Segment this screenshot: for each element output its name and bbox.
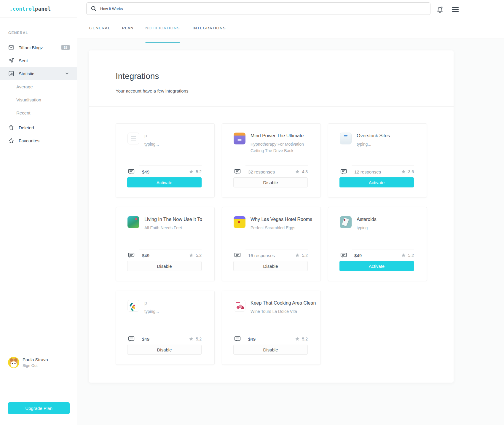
integration-title: p — [144, 133, 159, 139]
comment-icon — [128, 336, 135, 342]
statistic-submenu: Average Visualisation Recent — [0, 80, 77, 119]
rating-value: 5.2 — [408, 253, 414, 258]
rating-value: 4.3 — [302, 169, 308, 174]
integration-subtitle: Wine Tours La Dolce Vita — [251, 308, 315, 315]
divider — [139, 249, 202, 249]
integration-thumbnail — [234, 300, 245, 312]
rating-value: 5.2 — [196, 337, 202, 341]
sidebar-menu: Tiffani Blogz 15 Sent Statistic Average … — [0, 41, 77, 147]
rating-value: 5.2 — [196, 253, 202, 258]
sidebar-item-sent[interactable]: Sent — [0, 54, 77, 67]
tab-plan[interactable]: PLAN — [122, 25, 134, 39]
comment-icon — [128, 169, 135, 175]
integration-subtitle: typing... — [357, 141, 390, 147]
sidebar-item-statistic[interactable]: Statistic — [0, 67, 77, 80]
chevron-down-icon — [64, 71, 70, 76]
bar-chart-icon — [8, 71, 14, 77]
integrations-panel: Integrations Your account have a few int… — [89, 50, 454, 383]
integration-thumbnail — [234, 133, 245, 144]
integration-action-button[interactable]: Disable — [127, 261, 202, 271]
divider — [245, 333, 308, 333]
integration-action-button[interactable]: Disable — [233, 345, 308, 355]
search-box[interactable] — [86, 2, 430, 15]
integration-thumbnail — [340, 133, 352, 144]
sidebar-item-label: Statistic — [19, 71, 34, 76]
panel-header: Integrations Your account have a few int… — [89, 50, 454, 107]
integration-subtitle: typing... — [357, 225, 377, 231]
integration-thumbnail — [234, 216, 245, 228]
comment-icon — [340, 252, 347, 259]
upgrade-plan-button[interactable]: Upgrade Plan — [8, 402, 70, 414]
integration-action-button[interactable]: Disable — [233, 261, 308, 271]
rating-value: 5.2 — [196, 169, 202, 174]
integration-thumbnail — [340, 216, 352, 228]
unread-count-badge: 15 — [61, 45, 70, 50]
integration-action-button[interactable]: Activate — [339, 177, 414, 187]
user-name: Paula Strava — [23, 357, 48, 362]
rating-star-icon — [189, 337, 194, 341]
trash-icon — [8, 125, 14, 130]
logo-accent-text: .control — [9, 6, 35, 12]
sidebar-subitem-visualisation[interactable]: Visualisation — [0, 93, 77, 106]
integration-action-button[interactable]: Activate — [127, 177, 202, 187]
tab-integrations[interactable]: INTEGRATIONS — [191, 25, 227, 39]
search-input[interactable] — [100, 7, 430, 11]
integration-thumbnail — [127, 133, 139, 144]
sidebar-section-label: GENERAL — [0, 18, 77, 35]
search-icon — [91, 6, 97, 12]
sidebar-item-inbox[interactable]: Tiffani Blogz 15 — [0, 41, 77, 54]
sidebar-subitem-average[interactable]: Average — [0, 80, 77, 93]
integration-metric: $49 — [142, 337, 149, 342]
app-logo[interactable]: .controlpanel — [9, 6, 51, 12]
integration-title: Why Las Vegas Hotel Rooms — [251, 217, 312, 222]
integration-card: Overstock Sites typing... 12 responses 3… — [328, 123, 427, 198]
integration-metric: $49 — [142, 253, 149, 258]
integration-metric: 16 responses — [248, 253, 275, 258]
sidebar: .controlpanel GENERAL Tiffani Blogz 15 S… — [0, 0, 77, 425]
integration-action-button[interactable]: Disable — [127, 345, 202, 355]
logo-rest-text: panel — [35, 6, 51, 12]
integration-card: Asteroids typing... $49 5.2 Activate — [328, 207, 427, 281]
rating-value: 5.2 — [302, 337, 308, 341]
tab-general[interactable]: GENERAL — [89, 25, 110, 39]
comment-icon — [234, 252, 241, 259]
notifications-bell-icon[interactable] — [436, 6, 444, 14]
page-subtitle: Your account have a few integrations — [116, 88, 454, 93]
rating-star-icon — [295, 169, 300, 174]
avatar[interactable] — [8, 357, 19, 368]
rating-star-icon — [401, 253, 406, 258]
integration-title: p — [144, 300, 159, 306]
sidebar-item-deleted[interactable]: Deleted — [0, 121, 77, 134]
comment-icon — [340, 169, 347, 175]
sidebar-item-favourites[interactable]: Favourites — [0, 134, 77, 147]
hamburger-menu-icon[interactable] — [452, 7, 459, 13]
rating-star-icon — [401, 169, 406, 174]
sidebar-item-label: Tiffani Blogz — [19, 45, 43, 50]
integration-cards-grid: p typing... $49 5.2 Activate Mind Power … — [89, 107, 454, 365]
rating-value: 5.2 — [302, 253, 308, 258]
logo-row: .controlpanel — [0, 0, 77, 18]
sidebar-subitem-recent[interactable]: Recent — [0, 106, 77, 119]
settings-tabs: GENERAL PLAN NOTIFICATIONS INTEGRATIONS — [89, 20, 227, 39]
integration-action-button[interactable]: Disable — [233, 177, 308, 187]
integration-title: Living In The Now Use It To — [144, 217, 202, 222]
sidebar-item-label: Sent — [19, 58, 28, 63]
tab-notifications[interactable]: NOTIFICATIONS — [145, 25, 180, 39]
user-block: Paula Strava Sign Out — [8, 357, 48, 368]
integration-thumbnail — [127, 300, 139, 312]
integration-title: Mind Power The Ultimate — [251, 133, 315, 139]
integration-metric: $49 — [248, 337, 256, 342]
integration-subtitle: typing... — [144, 141, 159, 147]
integration-metric: 12 responses — [354, 169, 381, 174]
star-icon — [8, 138, 14, 144]
integration-subtitle: Hypnotherapy For Motivation Getting The … — [251, 141, 315, 154]
divider — [245, 249, 308, 249]
integration-action-button[interactable]: Activate — [339, 261, 414, 271]
sign-out-link[interactable]: Sign Out — [23, 363, 48, 368]
divider — [352, 165, 414, 166]
integration-title: Keep That Cooking Area Clean — [251, 300, 315, 306]
divider — [245, 165, 308, 166]
divider — [139, 333, 202, 333]
integration-card: p typing... $49 5.2 Activate — [116, 123, 215, 198]
mail-icon — [8, 44, 14, 50]
